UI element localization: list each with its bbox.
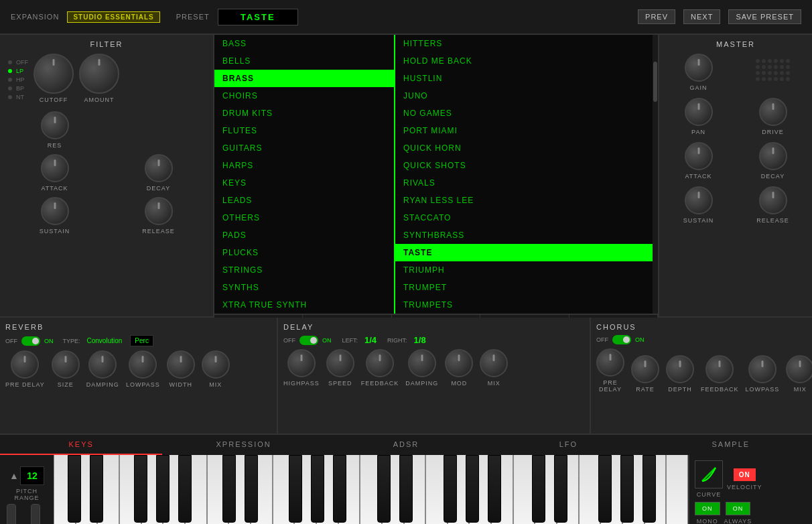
preset-item[interactable]: STACCATO (395, 209, 658, 226)
black-key[interactable] (333, 455, 346, 523)
black-key[interactable] (311, 455, 324, 523)
preset-item[interactable]: SYNTHBRASS (395, 226, 658, 244)
category-item[interactable]: DRUM KITS (214, 105, 394, 122)
master-drive-knob[interactable] (759, 98, 787, 126)
black-key[interactable] (289, 455, 302, 523)
preset-item[interactable]: TRUMPET (395, 279, 658, 296)
del-mix-knob[interactable] (480, 349, 508, 377)
category-item[interactable]: XTRA TRUE SYNTH (214, 296, 394, 314)
category-item[interactable]: KEYS (214, 174, 394, 192)
white-key[interactable] (666, 455, 688, 524)
reverb-toggle[interactable] (21, 336, 40, 346)
white-key[interactable] (579, 455, 601, 524)
del-speed-knob[interactable] (326, 349, 354, 377)
filter-release-knob[interactable] (145, 197, 173, 225)
rev-size-knob[interactable] (52, 350, 80, 379)
master-release-knob[interactable] (759, 186, 787, 214)
preset-item[interactable]: HOLD ME BACK (395, 52, 658, 70)
keys-container[interactable] (54, 455, 688, 524)
bottom-tab-lfo[interactable]: LFO (487, 435, 649, 455)
preset-item[interactable]: HITTERS (395, 35, 658, 52)
cho-rate-knob[interactable] (631, 355, 659, 383)
filter-mode-nt[interactable]: NT (8, 94, 28, 101)
curve-button[interactable] (695, 460, 723, 488)
bottom-tab-adsr[interactable]: ADSR (325, 435, 487, 455)
preset-scrollbar[interactable] (653, 35, 658, 314)
black-key[interactable] (222, 455, 236, 523)
preset-item[interactable]: RYAN LESS LEE (395, 192, 658, 209)
master-decay-knob[interactable] (759, 142, 787, 170)
filter-mode-off[interactable]: OFF (8, 59, 28, 66)
black-key[interactable] (399, 455, 413, 523)
next-button[interactable]: NEXT (683, 9, 720, 24)
pitch-up-arrow[interactable]: ▲ (9, 470, 19, 481)
rev-width-knob[interactable] (167, 350, 195, 379)
amount-knob[interactable] (79, 54, 119, 94)
preset-item[interactable]: TRUMPETS (395, 296, 658, 314)
del-highpass-knob[interactable] (287, 349, 316, 377)
prev-button[interactable]: PREV (638, 9, 675, 24)
preset-item[interactable]: JUNO (395, 87, 658, 105)
category-item[interactable]: BASS (214, 35, 394, 52)
master-gain-knob[interactable] (685, 54, 713, 82)
cutoff-knob[interactable] (33, 54, 74, 94)
black-key[interactable] (90, 455, 103, 523)
preset-item[interactable]: RIVALS (395, 174, 658, 192)
category-item[interactable]: PLUCKS (214, 244, 394, 261)
del-mod-knob[interactable] (445, 349, 473, 377)
preset-item[interactable]: NO GAMES (395, 105, 658, 122)
rev-damping-knob[interactable] (88, 350, 117, 379)
pitch-stick[interactable] (7, 504, 16, 524)
category-item[interactable]: STRINGS (214, 261, 394, 279)
category-item[interactable]: GUITARS (214, 139, 394, 157)
rev-predelay-knob[interactable] (11, 350, 39, 379)
black-key[interactable] (444, 455, 457, 523)
category-item[interactable]: LEADS (214, 192, 394, 209)
black-key[interactable] (156, 455, 170, 523)
master-pan-knob[interactable] (685, 98, 713, 126)
cho-depth-knob[interactable] (666, 355, 694, 383)
del-feedback-knob[interactable] (366, 349, 394, 377)
rev-mix-knob[interactable] (202, 350, 230, 379)
always-button[interactable]: ON (726, 502, 751, 515)
res-knob[interactable] (41, 111, 69, 139)
master-attack-knob[interactable] (685, 142, 713, 170)
category-item[interactable]: CHOIRS (214, 87, 394, 105)
filter-decay-knob[interactable] (145, 154, 173, 182)
filter-mode-lp[interactable]: LP (8, 68, 28, 74)
preset-item[interactable]: QUICK SHOTS (395, 157, 658, 174)
filter-sustain-knob[interactable] (41, 197, 69, 225)
preset-value[interactable]: TASTE (218, 9, 298, 25)
cho-lowpass-knob[interactable] (748, 355, 776, 383)
category-item[interactable]: BRASS (214, 70, 394, 87)
filter-mode-hp[interactable]: HP (8, 76, 28, 83)
bottom-tab-sample[interactable]: SAMPLE (650, 435, 812, 455)
black-key[interactable] (488, 455, 501, 523)
mono-button[interactable]: ON (695, 502, 720, 515)
category-item[interactable]: BELLS (214, 52, 394, 70)
velocity-button[interactable]: ON (734, 468, 756, 481)
bottom-tab-keys[interactable]: KEYS (0, 435, 162, 455)
del-damping-knob[interactable] (408, 349, 436, 377)
black-key[interactable] (642, 455, 656, 523)
black-key[interactable] (532, 455, 545, 523)
mod-stick[interactable] (31, 504, 40, 524)
cho-mix-knob[interactable] (786, 355, 812, 383)
cho-predelay-knob[interactable] (596, 348, 624, 377)
black-key[interactable] (554, 455, 567, 523)
category-item[interactable]: FLUTES (214, 122, 394, 139)
category-item[interactable]: SYNTHS (214, 279, 394, 296)
black-key[interactable] (68, 455, 81, 523)
delay-toggle[interactable] (299, 336, 318, 345)
master-sustain-knob[interactable] (685, 186, 713, 214)
category-item[interactable]: PADS (214, 226, 394, 244)
preset-item[interactable]: HUSTLIN (395, 70, 658, 87)
expansion-badge[interactable]: STUDIO ESSENTIALS (67, 11, 159, 23)
filter-mode-bp[interactable]: BP (8, 85, 28, 92)
black-key[interactable] (245, 455, 258, 523)
chorus-toggle[interactable] (612, 335, 631, 344)
black-key[interactable] (134, 455, 147, 523)
black-key[interactable] (377, 455, 391, 523)
preset-item[interactable]: PORT MIAMI (395, 122, 658, 139)
cho-feedback-knob[interactable] (705, 355, 734, 383)
